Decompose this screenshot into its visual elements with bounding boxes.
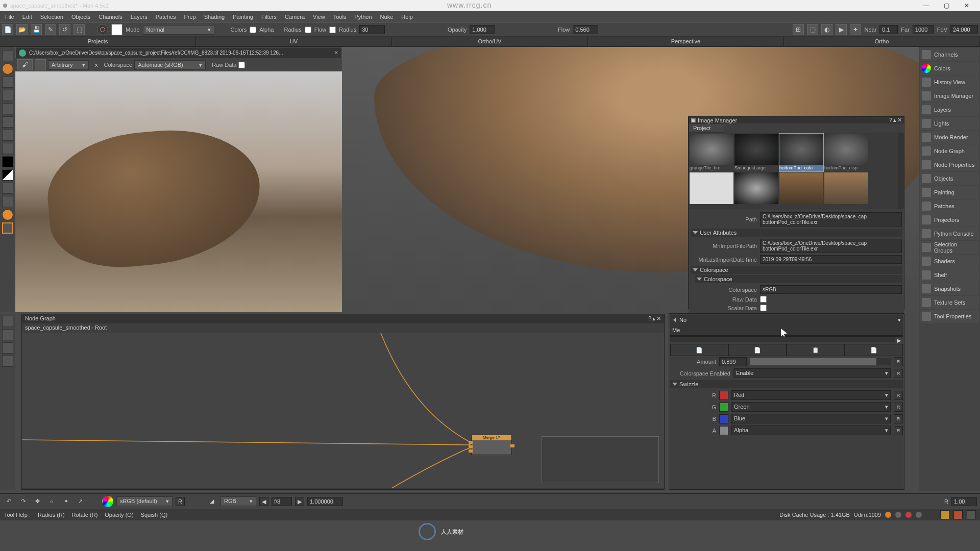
prop-btn-3[interactable]: 📋 — [787, 344, 845, 356]
tab-uv[interactable]: UV — [196, 37, 392, 46]
r-button-1[interactable]: R — [176, 497, 185, 506]
select-tool-icon[interactable] — [2, 103, 13, 114]
rgb-dropdown[interactable]: RGB▾ — [220, 496, 256, 506]
maximize-button[interactable]: ▢ — [936, 0, 957, 11]
open-file-icon[interactable]: 📂 — [16, 24, 28, 35]
r2-input[interactable] — [951, 497, 977, 506]
move-tool-icon[interactable] — [2, 77, 13, 88]
sidebar-item-image-manager[interactable]: Image Manager — [920, 89, 979, 103]
menu-help[interactable]: Help — [398, 13, 416, 21]
paint-tool-icon[interactable] — [2, 209, 13, 220]
vp-icon-2[interactable]: ⬚ — [807, 24, 818, 35]
sidebar-item-modo[interactable]: Modo Render — [920, 131, 979, 144]
star-icon[interactable]: ✦ — [60, 496, 71, 507]
flow-checkbox[interactable] — [305, 27, 311, 33]
ref-icon-2[interactable] — [35, 59, 46, 70]
menu-view[interactable]: View — [310, 13, 328, 21]
tab-perspective[interactable]: Perspective — [588, 37, 784, 46]
sidebar-item-selgroups[interactable]: Selection Groups — [920, 241, 979, 254]
fov-input[interactable] — [950, 25, 978, 34]
sidebar-item-nodeprops[interactable]: Node Properties — [920, 158, 979, 171]
sidebar-item-layers[interactable]: Layers — [920, 103, 979, 116]
node-graph-breadcrumb[interactable]: space_capsule_smoothed · Root — [22, 323, 664, 333]
reference-image[interactable] — [15, 71, 342, 312]
sidebar-item-shelf[interactable]: Shelf — [920, 268, 979, 282]
status-btn-1[interactable] — [940, 510, 949, 519]
near-input[interactable] — [879, 25, 898, 34]
rawdata-checkbox[interactable] — [238, 62, 245, 68]
ng-tool-1[interactable] — [2, 316, 13, 327]
sidebar-item-texsets[interactable]: Texture Sets — [920, 296, 979, 309]
swz-a-dropdown[interactable]: Alpha▾ — [731, 425, 891, 435]
sidebar-item-patches[interactable]: Patches — [920, 199, 979, 213]
sidebar-item-projectors[interactable]: Projectors — [920, 213, 979, 227]
arrow-icon[interactable]: ↗ — [75, 496, 86, 507]
opacity-input[interactable] — [470, 25, 495, 34]
colorspace-header[interactable]: Colorspace — [691, 266, 902, 274]
record-icon[interactable] — [97, 24, 108, 35]
next-icon[interactable]: ▶ — [295, 497, 304, 506]
swz-a-reset[interactable]: R — [894, 426, 903, 435]
thumb-1[interactable]: grungeTile_bre — [690, 134, 733, 171]
undo-icon[interactable]: ↶ — [3, 496, 14, 507]
mode-dropdown[interactable]: Normal▾ — [143, 25, 214, 35]
arrow-tool-icon[interactable] — [2, 50, 13, 61]
im-scalar-checkbox[interactable] — [760, 305, 767, 311]
flow-input[interactable] — [573, 25, 598, 34]
menu-nuke[interactable]: Nuke — [377, 13, 397, 21]
node-header[interactable]: No▾ — [670, 315, 903, 325]
black-swatch-icon[interactable] — [2, 156, 13, 167]
status-btn-3[interactable] — [967, 510, 976, 519]
brush-tool-icon[interactable] — [2, 116, 13, 128]
menu-filters[interactable]: Filters — [258, 13, 280, 21]
lut-icon[interactable]: ◢ — [206, 496, 217, 507]
swz-b-dropdown[interactable]: Blue▾ — [731, 414, 891, 423]
thumb-8[interactable] — [824, 172, 868, 209]
ref-cs-dropdown[interactable]: Automatic (sRGB)▾ — [134, 60, 206, 70]
menu-shading[interactable]: Shading — [201, 13, 228, 21]
swz-r-reset[interactable]: R — [894, 391, 903, 400]
scroll-right-icon[interactable]: ▶ — [895, 337, 903, 344]
sidebar-item-objects[interactable]: Objects — [920, 172, 979, 185]
close-tab-icon[interactable]: ✕ — [334, 49, 338, 56]
amount-slider[interactable] — [750, 358, 891, 365]
reference-tab[interactable]: C:/Users/box_z/OneDrive/Desktop/space_ca… — [15, 47, 342, 58]
tab-orthouv[interactable]: Ortho/UV — [392, 37, 588, 46]
menu-objects[interactable]: Objects — [68, 13, 93, 21]
thumb-4[interactable]: bottomPod_disp — [824, 134, 868, 171]
ng-tool-4[interactable] — [2, 356, 13, 367]
thumb-scrollbar[interactable] — [898, 133, 904, 209]
menu-file[interactable]: File — [2, 13, 17, 21]
im-raw-checkbox[interactable] — [760, 296, 767, 303]
thumb-6[interactable] — [734, 172, 778, 209]
close-button[interactable]: ✕ — [957, 0, 977, 11]
alpha-checkbox[interactable] — [250, 27, 256, 33]
save-icon[interactable]: 💾 — [31, 24, 42, 35]
node-graph-canvas[interactable]: Merge 17 — [22, 333, 664, 488]
menu-python[interactable]: Python — [351, 13, 375, 21]
thumb-7[interactable] — [779, 172, 823, 209]
srgb-dropdown[interactable]: sRGB (default)▾ — [116, 496, 173, 506]
menu-patches[interactable]: Patches — [153, 13, 179, 21]
grid-tool-icon[interactable] — [2, 90, 13, 101]
menu-layers[interactable]: Layers — [128, 13, 151, 21]
project-tab[interactable]: Project — [689, 123, 724, 133]
swz-g-reset[interactable]: R — [894, 403, 903, 412]
minimize-button[interactable]: — — [916, 0, 936, 11]
menu-prep[interactable]: Prep — [181, 13, 199, 21]
prev-icon[interactable]: ◀ — [259, 497, 268, 506]
tab-ortho[interactable]: Ortho — [784, 37, 980, 46]
thumb-5[interactable] — [690, 172, 733, 209]
colorspace-sub-header[interactable]: Colorspace — [695, 275, 902, 283]
vp-icon-4[interactable]: ▶ — [836, 24, 847, 35]
sidebar-item-python[interactable]: Python Console — [920, 227, 979, 240]
sidebar-item-history[interactable]: History View — [920, 76, 979, 89]
line-tool-icon[interactable] — [2, 183, 13, 194]
ng-pin-icon[interactable]: ▴ — [652, 315, 655, 322]
radius-checkbox[interactable] — [329, 27, 336, 33]
sidebar-item-lights[interactable]: Lights — [920, 117, 979, 130]
eraser-tool-icon[interactable] — [2, 130, 13, 141]
thumb-3[interactable]: bottomPod_colo — [779, 134, 823, 171]
merge-node[interactable]: Merge 17 — [471, 435, 512, 455]
ng-tool-2[interactable] — [2, 329, 13, 340]
